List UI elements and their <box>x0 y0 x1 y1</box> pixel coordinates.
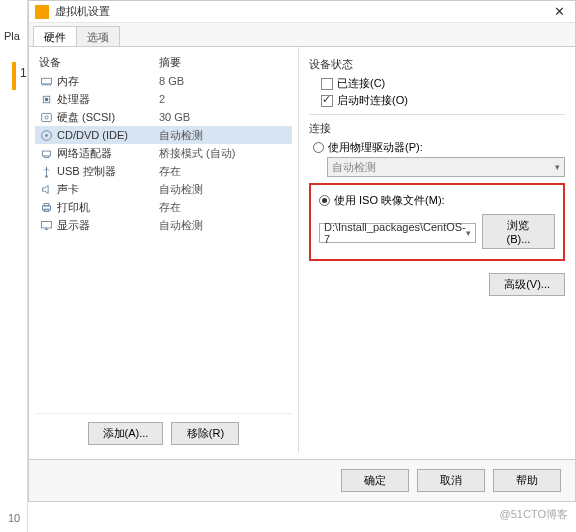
help-button[interactable]: 帮助 <box>493 469 561 492</box>
add-hardware-button[interactable]: 添加(A)... <box>88 422 164 445</box>
ok-button[interactable]: 确定 <box>341 469 409 492</box>
svg-rect-0 <box>41 78 51 84</box>
dialog-footer: 确定 取消 帮助 <box>29 459 575 501</box>
sound-icon <box>39 182 53 196</box>
device-name: 显示器 <box>57 218 159 233</box>
svg-rect-7 <box>42 151 50 156</box>
tab-bar: 硬件 选项 <box>29 23 575 47</box>
chevron-down-icon: ▾ <box>555 162 560 172</box>
svg-point-6 <box>45 134 47 136</box>
svg-rect-10 <box>44 203 49 205</box>
device-name: 声卡 <box>57 182 159 197</box>
remove-hardware-button[interactable]: 移除(R) <box>171 422 239 445</box>
svg-point-4 <box>44 115 47 118</box>
use-iso-radio[interactable] <box>319 195 330 206</box>
hardware-row[interactable]: 打印机存在 <box>35 198 292 216</box>
col-device: 设备 <box>39 55 159 70</box>
cd-icon <box>39 128 53 142</box>
memory-icon <box>39 74 53 88</box>
chevron-down-icon[interactable]: ▾ <box>466 228 471 238</box>
hardware-row[interactable]: 显示器自动检测 <box>35 216 292 234</box>
vm-settings-dialog: 虚拟机设置 ✕ 硬件 选项 设备 摘要 内存8 GB处理器2硬盘 (SCSI)3… <box>28 0 576 502</box>
device-name: 内存 <box>57 74 159 89</box>
device-name: 网络适配器 <box>57 146 159 161</box>
use-physical-radio[interactable] <box>313 142 324 153</box>
usb-icon <box>39 164 53 178</box>
close-button[interactable]: ✕ <box>549 4 569 19</box>
connected-label: 已连接(C) <box>337 76 385 91</box>
connect-poweron-checkbox[interactable] <box>321 95 333 107</box>
background-num: 1 <box>20 66 27 80</box>
device-name: 硬盘 (SCSI) <box>57 110 159 125</box>
cpu-icon <box>39 92 53 106</box>
hardware-row[interactable]: 硬盘 (SCSI)30 GB <box>35 108 292 126</box>
device-detail-pane: 设备状态 已连接(C) 启动时连接(O) 连接 使用物理驱动器(P): 自动检测… <box>299 47 575 453</box>
hardware-row[interactable]: 网络适配器桥接模式 (自动) <box>35 144 292 162</box>
background-app-label: Pla <box>4 30 20 42</box>
watermark: @51CTO博客 <box>500 507 568 522</box>
background-accent <box>12 62 16 90</box>
device-summary: 存在 <box>159 200 181 215</box>
hardware-row[interactable]: 声卡自动检测 <box>35 180 292 198</box>
connected-checkbox[interactable] <box>321 78 333 90</box>
browse-button[interactable]: 浏览(B)... <box>482 214 555 249</box>
iso-path-value: D:\Install_packages\CentOS-7 <box>324 221 466 245</box>
iso-path-combo[interactable]: D:\Install_packages\CentOS-7 ▾ <box>319 223 476 243</box>
device-name: 打印机 <box>57 200 159 215</box>
device-name: CD/DVD (IDE) <box>57 129 159 141</box>
device-name: USB 控制器 <box>57 164 159 179</box>
hardware-row[interactable]: USB 控制器存在 <box>35 162 292 180</box>
iso-highlight-box: 使用 ISO 映像文件(M): D:\Install_packages\Cent… <box>309 183 565 261</box>
display-icon <box>39 218 53 232</box>
device-summary: 自动检测 <box>159 182 203 197</box>
use-iso-label: 使用 ISO 映像文件(M): <box>334 193 445 208</box>
device-summary: 2 <box>159 93 165 105</box>
disk-icon <box>39 110 53 124</box>
device-summary: 自动检测 <box>159 128 203 143</box>
hardware-row[interactable]: 内存8 GB <box>35 72 292 90</box>
printer-icon <box>39 200 53 214</box>
col-summary: 摘要 <box>159 55 181 70</box>
tab-options[interactable]: 选项 <box>76 26 120 46</box>
device-summary: 存在 <box>159 164 181 179</box>
hardware-row[interactable]: CD/DVD (IDE)自动检测 <box>35 126 292 144</box>
tab-hardware[interactable]: 硬件 <box>33 26 77 46</box>
hardware-list[interactable]: 内存8 GB处理器2硬盘 (SCSI)30 GBCD/DVD (IDE)自动检测… <box>35 72 292 413</box>
svg-point-8 <box>45 175 47 177</box>
svg-rect-2 <box>44 97 47 100</box>
titlebar: 虚拟机设置 ✕ <box>29 1 575 23</box>
device-summary: 30 GB <box>159 111 190 123</box>
svg-rect-12 <box>41 221 51 228</box>
connect-poweron-label: 启动时连接(O) <box>337 93 408 108</box>
connection-label: 连接 <box>309 121 565 136</box>
device-summary: 桥接模式 (自动) <box>159 146 235 161</box>
hardware-row[interactable]: 处理器2 <box>35 90 292 108</box>
background-number: 10 <box>8 512 20 524</box>
net-icon <box>39 146 53 160</box>
svg-rect-3 <box>41 113 51 121</box>
device-status-label: 设备状态 <box>309 57 565 72</box>
app-icon <box>35 5 49 19</box>
physical-drive-combo: 自动检测 ▾ <box>327 157 565 177</box>
device-name: 处理器 <box>57 92 159 107</box>
device-summary: 8 GB <box>159 75 184 87</box>
physical-drive-value: 自动检测 <box>332 160 376 175</box>
hardware-pane: 设备 摘要 内存8 GB处理器2硬盘 (SCSI)30 GBCD/DVD (ID… <box>29 47 299 453</box>
device-summary: 自动检测 <box>159 218 203 233</box>
dialog-title: 虚拟机设置 <box>55 4 549 19</box>
advanced-button[interactable]: 高级(V)... <box>489 273 565 296</box>
use-physical-label: 使用物理驱动器(P): <box>328 140 423 155</box>
cancel-button[interactable]: 取消 <box>417 469 485 492</box>
